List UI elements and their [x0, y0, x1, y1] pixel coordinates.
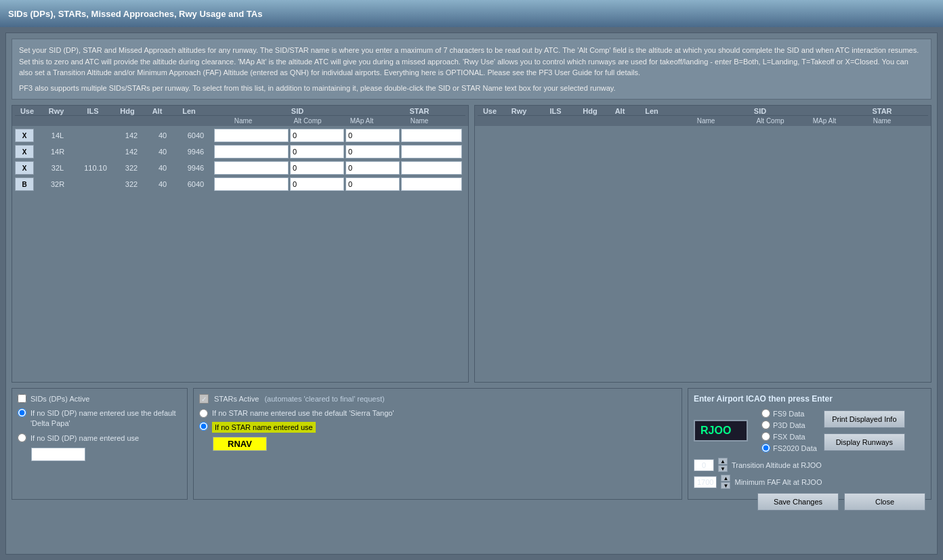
rcol-star-name: Name: [852, 117, 913, 125]
data-options-group: FS9 Data P3D Data FSX Data FS2020 Data: [761, 409, 817, 452]
rcol-rwy: Rwy: [502, 107, 536, 115]
right-buttons-group: Print Displayed Info Display Runways: [824, 410, 905, 451]
sid-custom-input[interactable]: [31, 448, 85, 461]
sid-altcomp-14R[interactable]: [290, 145, 344, 158]
sid-radio1-label: If no SID (DP) name entered use the defa…: [30, 408, 182, 429]
fs2020-data-radio[interactable]: [761, 444, 770, 452]
sid-radio2-row: If no SID (DP) name entered use: [18, 433, 182, 444]
tables-row: Use Rwy ILS Hdg Alt Len SID STAR Nam: [12, 105, 931, 383]
star-radio1-label: If no STAR name entered use the default …: [212, 409, 394, 417]
star-radio2-label: If no STAR name entered use: [212, 422, 316, 433]
min-faf-label: Minimum FAF Alt at RJOO: [734, 478, 822, 486]
star-radio1-row: If no STAR name entered use the default …: [199, 409, 676, 418]
transition-alt-down[interactable]: ▼: [718, 465, 728, 472]
table-row: B 32R 322 40 6040: [15, 177, 465, 191]
table-row: X 14R 142 40 9946: [15, 145, 465, 158]
hdg-14L: 142: [117, 131, 146, 140]
transition-alt-spinner: ▲ ▼: [718, 458, 728, 472]
rcol-sid-mapalt: MAp Alt: [797, 117, 852, 125]
right-table-panel: Use Rwy ILS Hdg Alt Len SID STAR Nam: [474, 105, 931, 383]
sid-radio1-row: If no SID (DP) name entered use the defa…: [18, 408, 182, 429]
len-32R: 6040: [179, 179, 213, 189]
display-runways-button[interactable]: Display Runways: [824, 433, 905, 451]
star-radio2[interactable]: [199, 422, 208, 431]
fsx-data-radio[interactable]: [761, 432, 770, 441]
star-name-32L[interactable]: [401, 161, 462, 175]
rcol-alt: Alt: [605, 107, 635, 115]
col-star-name: Name: [389, 117, 450, 125]
rcol-ils: ILS: [536, 107, 575, 115]
sid-altcomp-14L[interactable]: [290, 129, 344, 142]
alt-14L: 40: [148, 131, 177, 140]
sid-name-32L[interactable]: [214, 161, 289, 175]
icao-input[interactable]: [694, 420, 748, 441]
min-faf-up[interactable]: ▲: [721, 475, 730, 481]
star-radio2-row: If no STAR name entered use: [199, 422, 676, 433]
table-row: X 32L 110.10 322 40 9946: [15, 161, 465, 175]
sid-radio1[interactable]: [18, 408, 26, 417]
sid-mapalt-14R[interactable]: [345, 145, 400, 158]
star-name-32R[interactable]: [401, 177, 462, 191]
star-name-14R[interactable]: [401, 145, 462, 158]
title-text: SIDs (DPs), STARs, Missed Approaches, Rw…: [8, 9, 262, 19]
sids-active-row: SIDs (DPs) Active: [18, 394, 182, 403]
rcol-len: Len: [635, 107, 669, 115]
col-sid-group: SID: [206, 107, 389, 115]
transition-alt-label: Transition Altitude at RJOO: [732, 461, 822, 469]
p3d-data-row: P3D Data: [761, 421, 817, 429]
save-changes-button[interactable]: Save Changes: [757, 493, 839, 511]
right-table-body: [475, 126, 931, 131]
left-table-body: X 14L 142 40 6040 X 14R 142: [12, 126, 468, 196]
col-alt: Alt: [142, 107, 172, 115]
sid-altcomp-32R[interactable]: [290, 177, 344, 191]
use-button-32R[interactable]: B: [15, 177, 34, 191]
p3d-data-label: P3D Data: [773, 421, 805, 429]
table-row: X 14L 142 40 6040: [15, 129, 465, 142]
rcol-sid-group: SID: [669, 107, 852, 115]
sid-mapalt-14L[interactable]: [345, 129, 400, 142]
hdg-14R: 142: [117, 147, 146, 156]
info-text-panel: Set your SID (DP), STAR and Missed Appro…: [12, 39, 931, 100]
col-len: Len: [172, 107, 206, 115]
rcol-hdg: Hdg: [575, 107, 605, 115]
left-table-header-top: Use Rwy ILS Hdg Alt Len SID STAR Nam: [12, 106, 468, 126]
star-radio1[interactable]: [199, 409, 208, 418]
sids-active-label: SIDs (DPs) Active: [30, 395, 89, 403]
rwy-32R: 32R: [41, 179, 75, 189]
icao-data-row: FS9 Data P3D Data FSX Data FS2020 Data: [694, 409, 925, 452]
sid-mapalt-32R[interactable]: [345, 177, 400, 191]
rcol-use: Use: [478, 107, 502, 115]
rwy-14R: 14R: [41, 147, 75, 156]
title-bar: SIDs (DPs), STARs, Missed Approaches, Rw…: [0, 0, 943, 27]
transition-alt-up[interactable]: ▲: [718, 458, 728, 465]
use-button-14L[interactable]: X: [15, 129, 34, 142]
sids-active-checkbox[interactable]: [18, 394, 26, 403]
sid-mapalt-32L[interactable]: [345, 161, 400, 175]
use-button-14R[interactable]: X: [15, 145, 34, 158]
star-name-14L[interactable]: [401, 129, 462, 142]
rwy-14L: 14L: [41, 131, 75, 140]
sid-name-14R[interactable]: [214, 145, 289, 158]
sid-name-32R[interactable]: [214, 177, 289, 191]
sid-name-14L[interactable]: [214, 129, 289, 142]
col-hdg: Hdg: [112, 107, 142, 115]
col-ils: ILS: [73, 107, 112, 115]
col-use: Use: [15, 107, 39, 115]
col-sid-mapalt: MAp Alt: [335, 117, 389, 125]
sid-radio2-label: If no SID (DP) name entered use: [30, 433, 139, 444]
star-rnav-input[interactable]: [213, 437, 267, 451]
sid-altcomp-32L[interactable]: [290, 161, 344, 175]
stars-active-checkbox-icon: ✓: [199, 394, 209, 404]
fs9-data-radio[interactable]: [761, 409, 770, 418]
min-faf-down[interactable]: ▼: [721, 482, 730, 489]
print-displayed-info-button[interactable]: Print Displayed Info: [824, 410, 905, 428]
sid-radio2[interactable]: [18, 433, 26, 442]
info-line1: Set your SID (DP), STAR and Missed Appro…: [19, 45, 924, 79]
use-button-32L[interactable]: X: [15, 161, 34, 175]
p3d-data-radio[interactable]: [761, 421, 770, 429]
bottom-right-panel: Enter Airport ICAO then press Enter FS9 …: [688, 388, 931, 500]
close-button[interactable]: Close: [844, 493, 925, 511]
fsx-data-row: FSX Data: [761, 432, 817, 441]
hdg-32R: 322: [117, 179, 146, 189]
fsx-data-label: FSX Data: [773, 433, 805, 441]
